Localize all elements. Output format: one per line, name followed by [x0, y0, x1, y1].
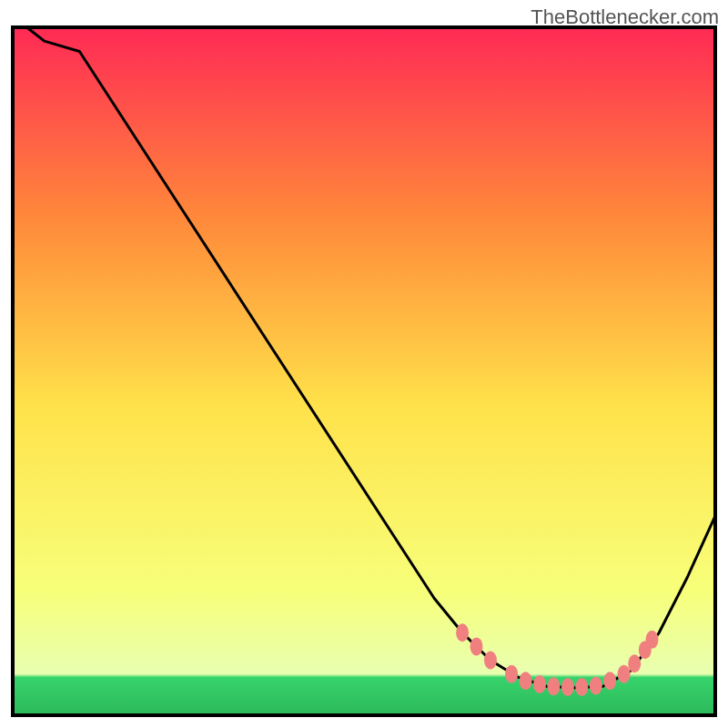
marker-point	[618, 665, 631, 683]
marker-point	[575, 678, 588, 696]
marker-point	[561, 678, 574, 696]
chart-container: TheBottlenecker.com	[0, 0, 728, 728]
marker-point	[628, 654, 641, 672]
marker-point	[505, 665, 518, 683]
marker-point	[484, 652, 497, 670]
marker-point	[646, 631, 659, 649]
gradient-background	[13, 27, 715, 715]
marker-point	[520, 672, 532, 690]
marker-point	[547, 677, 560, 695]
marker-point	[533, 675, 546, 693]
marker-point	[456, 623, 469, 642]
plot-area	[13, 27, 715, 715]
watermark-text: TheBottlenecker.com	[531, 5, 719, 29]
marker-point	[603, 672, 616, 690]
marker-point	[470, 637, 483, 655]
marker-point	[590, 676, 602, 694]
bottleneck-chart	[0, 0, 728, 728]
